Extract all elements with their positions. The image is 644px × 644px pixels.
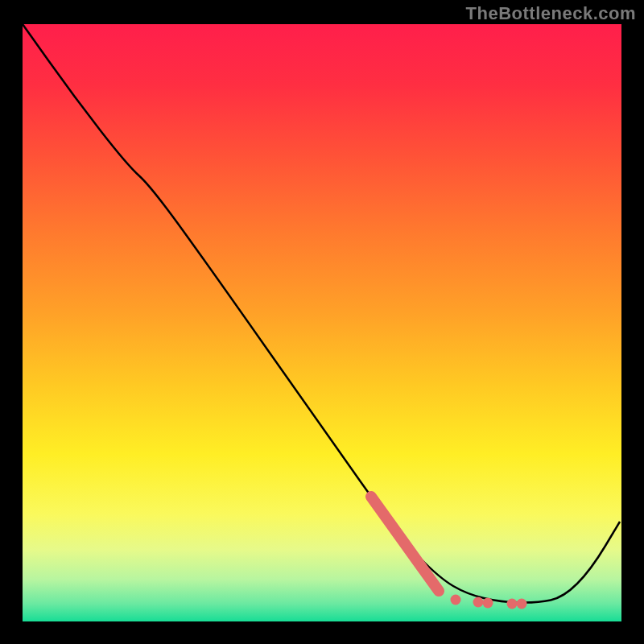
chart-wrapper: { "watermark": "TheBottleneck.com", "cha… [0, 0, 644, 644]
trough-dot [517, 599, 527, 609]
trough-dot [451, 595, 461, 605]
trough-dot [483, 598, 493, 609]
trough-dot [473, 597, 484, 608]
trough-dot [507, 599, 518, 609]
watermark-text: TheBottleneck.com [466, 3, 636, 24]
bottleneck-chart [0, 0, 644, 644]
plot-background [23, 24, 621, 621]
